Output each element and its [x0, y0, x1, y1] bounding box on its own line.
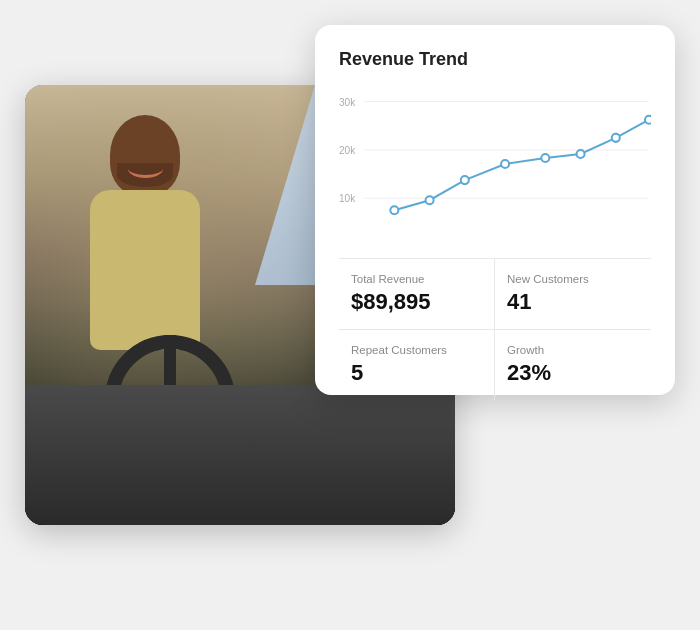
stat-growth: Growth 23%	[495, 329, 651, 400]
scene: Revenue Trend 30k 20k 10k	[25, 25, 675, 605]
total-revenue-value: $89,895	[351, 289, 482, 315]
y-label-30k: 30k	[339, 97, 356, 108]
data-point-7	[612, 134, 620, 142]
data-point-1	[390, 206, 398, 214]
driver-body	[90, 190, 200, 350]
data-point-2	[426, 196, 434, 204]
new-customers-value: 41	[507, 289, 639, 315]
y-label-10k: 10k	[339, 193, 356, 204]
growth-label: Growth	[507, 344, 639, 356]
data-point-3	[461, 176, 469, 184]
data-point-6	[577, 150, 585, 158]
total-revenue-label: Total Revenue	[351, 273, 482, 285]
driver-head	[110, 115, 180, 195]
data-point-4	[501, 160, 509, 168]
revenue-chart: 30k 20k 10k	[339, 82, 651, 242]
dashboard	[25, 385, 455, 525]
stat-total-revenue: Total Revenue $89,895	[339, 259, 495, 329]
stat-new-customers: New Customers 41	[495, 259, 651, 329]
card-title: Revenue Trend	[339, 49, 651, 70]
repeat-customers-label: Repeat Customers	[351, 344, 482, 356]
new-customers-label: New Customers	[507, 273, 639, 285]
dashboard-card: Revenue Trend 30k 20k 10k	[315, 25, 675, 395]
y-label-20k: 20k	[339, 145, 356, 156]
stats-grid: Total Revenue $89,895 New Customers 41 R…	[339, 258, 651, 400]
stat-repeat-customers: Repeat Customers 5	[339, 329, 495, 400]
data-point-8	[645, 116, 651, 124]
data-point-5	[541, 154, 549, 162]
growth-value: 23%	[507, 360, 639, 386]
chart-area: 30k 20k 10k	[339, 82, 651, 242]
repeat-customers-value: 5	[351, 360, 482, 386]
